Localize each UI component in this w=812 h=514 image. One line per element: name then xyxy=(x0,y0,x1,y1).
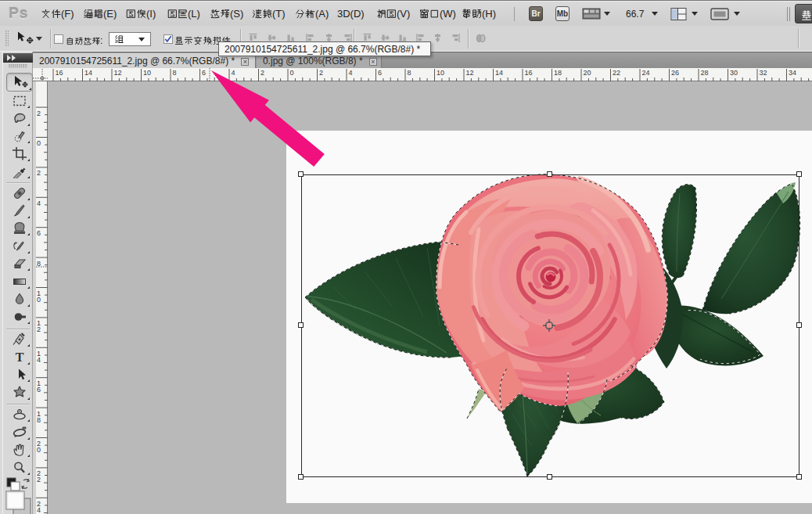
svg-text:10: 10 xyxy=(437,69,444,77)
svg-text:10: 10 xyxy=(143,69,151,77)
svg-text:2: 2 xyxy=(37,169,41,177)
svg-text:24: 24 xyxy=(642,69,650,77)
svg-text:2: 2 xyxy=(37,325,41,333)
svg-text:T: T xyxy=(16,350,24,364)
svg-text:12: 12 xyxy=(114,69,122,77)
svg-text:26: 26 xyxy=(671,69,679,77)
svg-text:16: 16 xyxy=(56,69,63,77)
svg-text:4: 4 xyxy=(37,356,41,364)
svg-text:34: 34 xyxy=(789,69,796,77)
svg-text:8: 8 xyxy=(173,69,177,77)
svg-text:22: 22 xyxy=(613,69,620,77)
svg-text:6: 6 xyxy=(378,69,382,77)
svg-text:0: 0 xyxy=(37,446,41,454)
svg-text:18: 18 xyxy=(554,69,562,77)
svg-text:16: 16 xyxy=(525,69,533,77)
svg-text:20: 20 xyxy=(584,69,591,77)
svg-text:2: 2 xyxy=(37,476,41,483)
svg-text:30: 30 xyxy=(730,69,738,77)
svg-text:0: 0 xyxy=(37,296,41,304)
svg-text:6: 6 xyxy=(37,386,41,394)
svg-text:28: 28 xyxy=(701,69,709,77)
svg-text:0: 0 xyxy=(37,139,41,147)
svg-text:2: 2 xyxy=(37,110,41,117)
svg-text:8: 8 xyxy=(37,260,41,268)
svg-text:4: 4 xyxy=(37,506,41,514)
svg-text:12: 12 xyxy=(466,69,474,77)
svg-text:4: 4 xyxy=(37,199,41,207)
svg-text:8: 8 xyxy=(408,69,411,77)
svg-text:32: 32 xyxy=(760,69,767,77)
svg-text:14: 14 xyxy=(84,69,92,77)
svg-text:8: 8 xyxy=(37,416,41,424)
svg-text:6: 6 xyxy=(37,229,41,237)
svg-text:14: 14 xyxy=(495,69,503,77)
